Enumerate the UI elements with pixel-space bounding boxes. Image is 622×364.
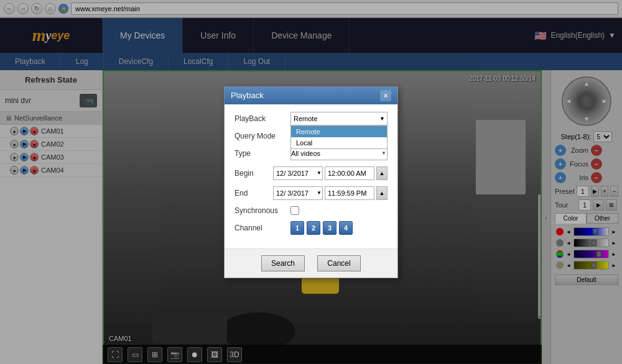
end-date-arrow[interactable]: ▼ xyxy=(317,190,322,196)
channel-btn-2[interactable]: 2 xyxy=(307,221,320,235)
playback-dropdown-list: Remote Local xyxy=(290,125,388,149)
begin-spin-up[interactable]: ▲ xyxy=(376,166,388,180)
playback-modal: Playback × PlayBack Remote ▼ Remote xyxy=(224,86,398,278)
cancel-button[interactable]: Cancel xyxy=(317,255,361,271)
channel-btn-4[interactable]: 4 xyxy=(339,221,353,235)
end-row: End ▼ ▲ xyxy=(234,186,388,200)
playback-option-local[interactable]: Local xyxy=(291,137,387,148)
playback-row: PlayBack Remote ▼ Remote Local xyxy=(234,112,388,125)
channel-buttons: 1 2 3 4 xyxy=(290,221,353,235)
channel-btn-3[interactable]: 3 xyxy=(323,221,337,235)
begin-row: Begin ▼ ▲ xyxy=(234,166,388,180)
modal-overlay: Playback × PlayBack Remote ▼ Remote xyxy=(0,0,622,364)
end-spin-up[interactable]: ▲ xyxy=(376,186,388,200)
channel-btn-1[interactable]: 1 xyxy=(290,221,304,235)
playback-dropdown-arrow: ▼ xyxy=(378,116,387,122)
begin-date-arrow[interactable]: ▼ xyxy=(317,170,322,176)
begin-date-input[interactable] xyxy=(273,166,323,180)
sync-checkbox[interactable] xyxy=(290,206,299,215)
end-time-input[interactable] xyxy=(325,186,374,200)
modal-header: Playback × xyxy=(225,87,397,104)
search-button[interactable]: Search xyxy=(261,255,305,271)
end-date-input[interactable] xyxy=(273,186,323,200)
channel-row: Channel 1 2 3 4 xyxy=(234,221,388,235)
modal-body: PlayBack Remote ▼ Remote Local xyxy=(225,104,397,248)
begin-time-input[interactable] xyxy=(325,166,374,180)
sync-row: Synchronous xyxy=(234,206,388,215)
playback-select[interactable]: Remote ▼ xyxy=(290,112,388,125)
playback-option-remote[interactable]: Remote xyxy=(291,126,387,137)
modal-close-button[interactable]: × xyxy=(380,90,391,101)
playback-dropdown-container: Remote ▼ Remote Local xyxy=(290,112,388,125)
modal-footer: Search Cancel xyxy=(225,248,397,278)
